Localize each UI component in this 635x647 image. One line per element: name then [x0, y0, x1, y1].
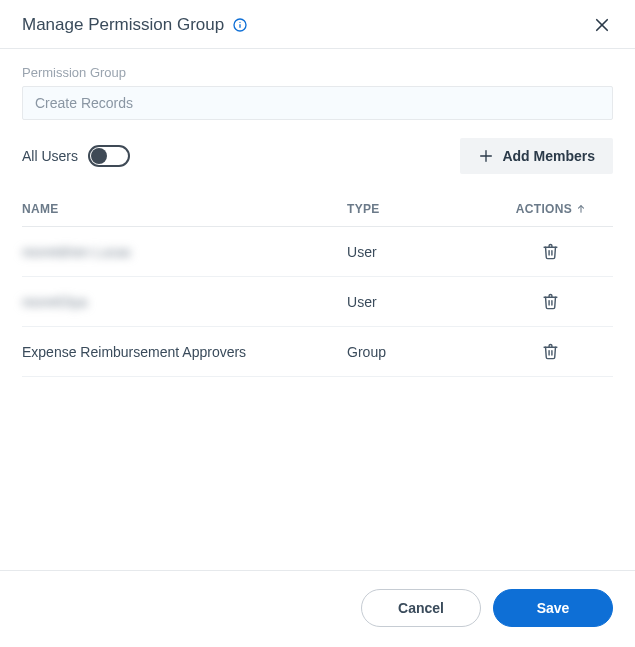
column-header-actions[interactable]: ACTIONS [495, 192, 613, 227]
trash-icon [542, 293, 559, 310]
members-table: NAME TYPE ACTIONS [22, 192, 613, 377]
plus-icon [478, 148, 494, 164]
cell-actions [495, 227, 613, 277]
add-members-button[interactable]: Add Members [460, 138, 613, 174]
member-name: Expense Reimbursement Approvers [22, 344, 246, 360]
permission-group-input[interactable] [22, 86, 613, 120]
table-row: reoretOiyaUser [22, 277, 613, 327]
trash-icon [542, 343, 559, 360]
all-users-toggle[interactable] [88, 145, 130, 167]
dialog-title: Manage Permission Group [22, 15, 224, 35]
dialog-header: Manage Permission Group [0, 0, 635, 49]
toggle-knob [91, 148, 107, 164]
close-icon [593, 16, 611, 34]
dialog-body: Permission Group All Users Add Members [0, 49, 635, 570]
permission-group-label: Permission Group [22, 65, 613, 80]
trash-icon [542, 243, 559, 260]
column-header-type[interactable]: TYPE [347, 192, 495, 227]
cell-type: User [347, 227, 495, 277]
manage-permission-group-dialog: Manage Permission Group Permission Group [0, 0, 635, 647]
cell-name: reoretdrien Lucas [22, 227, 347, 277]
cell-actions [495, 277, 613, 327]
delete-row-button[interactable] [538, 339, 563, 364]
cell-type: Group [347, 327, 495, 377]
svg-point-2 [240, 22, 241, 23]
all-users-label: All Users [22, 148, 78, 164]
table-row: reoretdrien LucasUser [22, 227, 613, 277]
column-header-name[interactable]: NAME [22, 192, 347, 227]
cell-name: Expense Reimbursement Approvers [22, 327, 347, 377]
close-button[interactable] [589, 12, 615, 38]
cancel-button[interactable]: Cancel [361, 589, 481, 627]
member-name: reoretdrien Lucas [22, 244, 131, 260]
info-icon[interactable] [232, 17, 248, 33]
save-button[interactable]: Save [493, 589, 613, 627]
table-body: reoretdrien LucasUserreoretOiyaUserExpen… [22, 227, 613, 377]
delete-row-button[interactable] [538, 239, 563, 264]
cell-actions [495, 327, 613, 377]
controls-row: All Users Add Members [22, 138, 613, 174]
cell-type: User [347, 277, 495, 327]
add-members-label: Add Members [502, 148, 595, 164]
cell-name: reoretOiya [22, 277, 347, 327]
table-header-row: NAME TYPE ACTIONS [22, 192, 613, 227]
table-row: Expense Reimbursement ApproversGroup [22, 327, 613, 377]
delete-row-button[interactable] [538, 289, 563, 314]
sort-asc-icon [576, 203, 586, 215]
member-name: reoretOiya [22, 294, 87, 310]
dialog-footer: Cancel Save [0, 570, 635, 647]
all-users-toggle-wrap: All Users [22, 145, 130, 167]
column-header-actions-label: ACTIONS [516, 202, 572, 216]
header-left: Manage Permission Group [22, 15, 248, 35]
